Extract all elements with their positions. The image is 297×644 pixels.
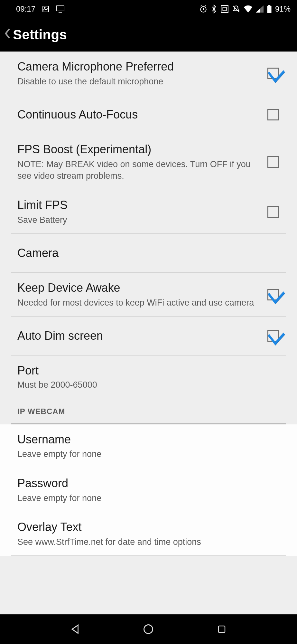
signal-icon <box>256 5 264 13</box>
pref-sub: Save Battery <box>17 214 261 226</box>
settings-list: Camera Microphone Preferred Disable to u… <box>0 52 297 614</box>
svg-point-8 <box>144 625 153 634</box>
bluetooth-icon <box>211 5 217 14</box>
nfc-icon <box>220 5 229 13</box>
svg-rect-9 <box>218 626 225 632</box>
pref-username[interactable]: Username Leave empty for none <box>0 424 297 468</box>
pref-camera[interactable]: Camera <box>0 234 297 272</box>
pref-title: Username <box>17 432 281 447</box>
pref-title: Auto Dim screen <box>17 328 261 344</box>
pref-title: Keep Device Awake <box>17 280 261 296</box>
svg-rect-2 <box>56 6 64 11</box>
svg-rect-4 <box>221 5 228 13</box>
pref-title: Camera Microphone Preferred <box>17 59 261 74</box>
pref-camera-microphone[interactable]: Camera Microphone Preferred Disable to u… <box>0 52 297 95</box>
battery-icon <box>267 5 272 13</box>
nav-recent-button[interactable] <box>215 623 228 636</box>
pref-title: Limit FPS <box>17 198 261 213</box>
pref-port[interactable]: Port Must be 2000-65000 <box>0 355 297 397</box>
alarm-icon <box>199 5 208 13</box>
pref-password[interactable]: Password Leave empty for none <box>0 468 297 512</box>
svg-rect-7 <box>267 6 271 13</box>
pref-auto-dim[interactable]: Auto Dim screen <box>0 317 297 355</box>
pref-continuous-autofocus[interactable]: Continuous Auto-Focus <box>0 95 297 134</box>
nav-home-button[interactable] <box>142 623 155 636</box>
svg-rect-5 <box>223 7 227 11</box>
svg-point-1 <box>44 7 45 8</box>
app-bar: Settings <box>0 18 297 52</box>
pref-title: FPS Boost (Experimental) <box>17 142 261 157</box>
pref-title: Continuous Auto-Focus <box>17 107 261 122</box>
status-time: 09:17 <box>16 5 35 14</box>
cast-icon <box>56 5 64 13</box>
checkbox[interactable] <box>267 330 279 342</box>
section-ip-webcam: IP WEBCAM <box>0 397 297 421</box>
pref-sub: See www.StrfTime.net for date and time o… <box>17 536 281 548</box>
pref-sub: Disable to use the default microphone <box>17 76 261 87</box>
pref-fps-boost[interactable]: FPS Boost (Experimental) NOTE: May BREAK… <box>0 134 297 190</box>
pref-sub: Needed for most devices to keep WiFi act… <box>17 297 261 308</box>
checkbox[interactable] <box>267 206 279 218</box>
pref-sub: Must be 2000-65000 <box>17 379 281 391</box>
pref-sub: Leave empty for none <box>17 492 281 504</box>
navigation-bar <box>0 614 297 644</box>
pref-title: Password <box>17 476 281 491</box>
checkbox[interactable] <box>267 68 279 79</box>
divider <box>11 555 286 556</box>
mute-icon <box>232 5 240 13</box>
pref-keep-awake[interactable]: Keep Device Awake Needed for most device… <box>0 273 297 316</box>
battery-text: 91% <box>275 5 291 14</box>
pref-title: Port <box>17 363 281 378</box>
status-bar: 09:17 91% <box>0 0 297 18</box>
pref-overlay-text[interactable]: Overlay Text See www.StrfTime.net for da… <box>0 512 297 555</box>
image-icon <box>42 5 50 13</box>
checkbox[interactable] <box>267 289 279 300</box>
wifi-icon <box>244 5 253 13</box>
pref-sub: NOTE: May BREAK video on some devices. T… <box>17 158 261 182</box>
checkbox[interactable] <box>267 109 279 120</box>
pref-title: Camera <box>17 246 281 261</box>
svg-rect-6 <box>268 5 271 6</box>
pref-limit-fps[interactable]: Limit FPS Save Battery <box>0 190 297 233</box>
section-label: IP WEBCAM <box>17 407 280 416</box>
back-icon[interactable] <box>3 28 13 42</box>
nav-back-button[interactable] <box>69 623 82 636</box>
page-title: Settings <box>13 27 67 43</box>
checkbox[interactable] <box>267 156 279 168</box>
pref-title: Overlay Text <box>17 520 281 535</box>
pref-sub: Leave empty for none <box>17 448 281 460</box>
